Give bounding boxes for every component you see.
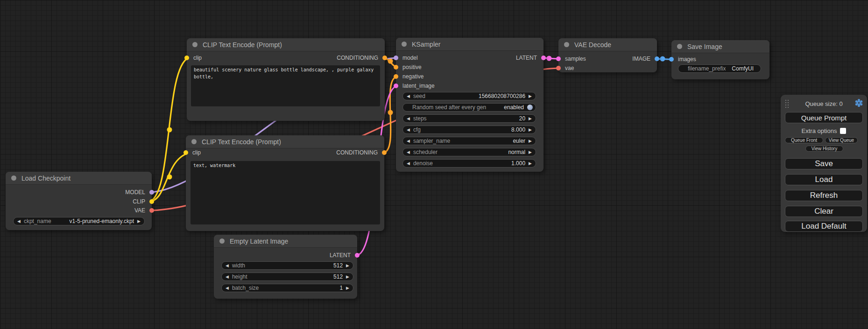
port-dot-model[interactable] xyxy=(149,190,154,195)
batch-size-widget[interactable]: ◀ batch_size 1 ▶ xyxy=(221,284,353,292)
height-widget[interactable]: ◀ height 512 ▶ xyxy=(221,273,353,281)
port-dot-clip[interactable] xyxy=(149,199,154,204)
wire-midpoint-dot[interactable] xyxy=(660,56,665,62)
node-title-bar[interactable]: Save Image xyxy=(671,40,769,53)
load-button[interactable]: Load xyxy=(785,174,863,185)
random-seed-widget[interactable]: Random seed after every gen enabled xyxy=(402,103,536,112)
port-dot-conditioning[interactable] xyxy=(382,56,387,60)
steps-widget[interactable]: ◀ steps 20 ▶ xyxy=(402,114,536,123)
port-label: MODEL xyxy=(125,189,145,196)
port-dot-clip[interactable] xyxy=(184,56,189,60)
increment-arrow-icon[interactable]: ▶ xyxy=(346,284,349,292)
port-dot-conditioning[interactable] xyxy=(382,150,387,155)
port-label: clip xyxy=(192,149,201,156)
port-dot-clip[interactable] xyxy=(183,150,188,155)
input-port-samples: samples xyxy=(558,54,586,63)
node-title-bar[interactable]: KSampler xyxy=(396,38,543,51)
widget-label: seed xyxy=(413,93,425,99)
node-collapse-dot[interactable] xyxy=(564,42,569,47)
increment-arrow-icon[interactable]: ▶ xyxy=(529,92,532,100)
increment-arrow-icon[interactable]: ▶ xyxy=(529,159,532,168)
sampler-name-widget[interactable]: ◀ sampler_name euler ▶ xyxy=(402,137,536,145)
scheduler-widget[interactable]: ◀ scheduler normal ▶ xyxy=(402,148,536,156)
queue-front-button[interactable]: Queue Front xyxy=(785,137,823,143)
increment-arrow-icon[interactable]: ▶ xyxy=(137,217,141,225)
increment-arrow-icon[interactable]: ▶ xyxy=(346,261,349,270)
node-collapse-dot[interactable] xyxy=(402,42,407,47)
port-dot-image[interactable] xyxy=(655,56,659,61)
save-button[interactable]: Save xyxy=(785,158,863,169)
queue-prompt-button[interactable]: Queue Prompt xyxy=(785,112,863,123)
refresh-button[interactable]: Refresh xyxy=(785,190,863,201)
port-dot-vae[interactable] xyxy=(556,66,561,70)
view-queue-button[interactable]: View Queue xyxy=(825,137,858,143)
port-dot-latent[interactable] xyxy=(541,56,546,60)
clear-button[interactable]: Clear xyxy=(785,206,863,217)
node-collapse-dot[interactable] xyxy=(11,175,16,181)
decrement-arrow-icon[interactable]: ◀ xyxy=(226,261,229,270)
node-graph-canvas[interactable]: Load Checkpoint MODEL CLIP VAE ◀ ckpt_na… xyxy=(0,0,868,329)
node-collapse-dot[interactable] xyxy=(191,139,197,144)
node-title-bar[interactable]: CLIP Text Encode (Prompt) xyxy=(186,135,384,148)
node-title-bar[interactable]: Load Checkpoint xyxy=(6,172,152,185)
widget-label: scheduler xyxy=(413,149,438,155)
decrement-arrow-icon[interactable]: ◀ xyxy=(407,137,410,145)
port-dot-vae[interactable] xyxy=(149,208,154,213)
node-load-checkpoint: Load Checkpoint MODEL CLIP VAE ◀ ckpt_na… xyxy=(6,172,152,230)
node-title: CLIP Text Encode (Prompt) xyxy=(202,138,281,146)
extra-options-checkbox[interactable] xyxy=(840,128,846,134)
node-collapse-dot[interactable] xyxy=(219,238,225,244)
denoise-widget[interactable]: ◀ denoise 1.000 ▶ xyxy=(402,159,536,168)
prompt-textarea[interactable]: beautiful scenery nature glass bottle la… xyxy=(191,65,380,106)
widget-label: ckpt_name xyxy=(24,218,51,224)
decrement-arrow-icon[interactable]: ◀ xyxy=(407,148,410,156)
filename-prefix-widget[interactable]: filename_prefix ComfyUI xyxy=(678,64,761,73)
increment-arrow-icon[interactable]: ▶ xyxy=(529,148,532,156)
port-dot-model[interactable] xyxy=(394,56,398,60)
decrement-arrow-icon[interactable]: ◀ xyxy=(407,126,410,134)
prompt-textarea[interactable]: text, watermark xyxy=(191,161,380,224)
decrement-arrow-icon[interactable]: ◀ xyxy=(407,114,410,123)
port-dot-conditioning[interactable] xyxy=(394,65,398,70)
output-port-vae: VAE xyxy=(134,206,152,215)
decrement-arrow-icon[interactable]: ◀ xyxy=(226,273,229,281)
queue-panel: Queue size: 0 Queue Prompt Extra options… xyxy=(781,95,867,232)
toggle-enabled-dot[interactable] xyxy=(527,105,533,110)
port-label: CONDITIONING xyxy=(337,55,378,61)
node-collapse-dot[interactable] xyxy=(192,42,198,47)
wire-midpoint-dot[interactable] xyxy=(167,175,172,180)
decrement-arrow-icon[interactable]: ◀ xyxy=(407,92,410,100)
increment-arrow-icon[interactable]: ▶ xyxy=(529,126,532,134)
node-collapse-dot[interactable] xyxy=(677,44,682,49)
widget-value: 20 xyxy=(519,115,525,122)
decrement-arrow-icon[interactable]: ◀ xyxy=(226,284,229,292)
node-title-bar[interactable]: CLIP Text Encode (Prompt) xyxy=(187,38,385,51)
settings-gear-icon[interactable] xyxy=(854,98,863,107)
cfg-widget[interactable]: ◀ cfg 8.000 ▶ xyxy=(402,126,536,134)
view-history-button[interactable]: View History xyxy=(805,146,843,152)
port-dot-latent[interactable] xyxy=(394,84,398,88)
width-widget[interactable]: ◀ width 512 ▶ xyxy=(221,261,353,270)
increment-arrow-icon[interactable]: ▶ xyxy=(346,273,349,281)
port-label: vae xyxy=(565,65,574,71)
port-dot-image[interactable] xyxy=(669,57,674,62)
port-label: model xyxy=(402,55,418,61)
load-default-button[interactable]: Load Default xyxy=(785,221,863,232)
wire-midpoint-dot[interactable] xyxy=(388,59,393,64)
wire-midpoint-dot[interactable] xyxy=(547,56,552,61)
increment-arrow-icon[interactable]: ▶ xyxy=(529,114,532,123)
wire-midpoint-dot[interactable] xyxy=(388,110,393,115)
port-dot-latent[interactable] xyxy=(556,56,561,61)
output-port-latent: LATENT xyxy=(330,251,357,260)
node-title-bar[interactable]: VAE Decode xyxy=(558,38,657,51)
port-label: LATENT xyxy=(516,55,537,61)
ckpt-name-widget[interactable]: ◀ ckpt_name v1-5-pruned-emaonly.ckpt ▶ xyxy=(13,217,145,225)
node-title-bar[interactable]: Empty Latent Image xyxy=(214,235,357,248)
increment-arrow-icon[interactable]: ▶ xyxy=(529,137,532,145)
decrement-arrow-icon[interactable]: ◀ xyxy=(17,217,21,225)
port-dot-conditioning[interactable] xyxy=(394,74,398,79)
port-dot-latent[interactable] xyxy=(355,253,360,258)
seed-widget[interactable]: ◀ seed 156680208700286 ▶ xyxy=(402,92,536,100)
decrement-arrow-icon[interactable]: ◀ xyxy=(407,159,410,168)
wire-midpoint-dot[interactable] xyxy=(167,127,172,133)
